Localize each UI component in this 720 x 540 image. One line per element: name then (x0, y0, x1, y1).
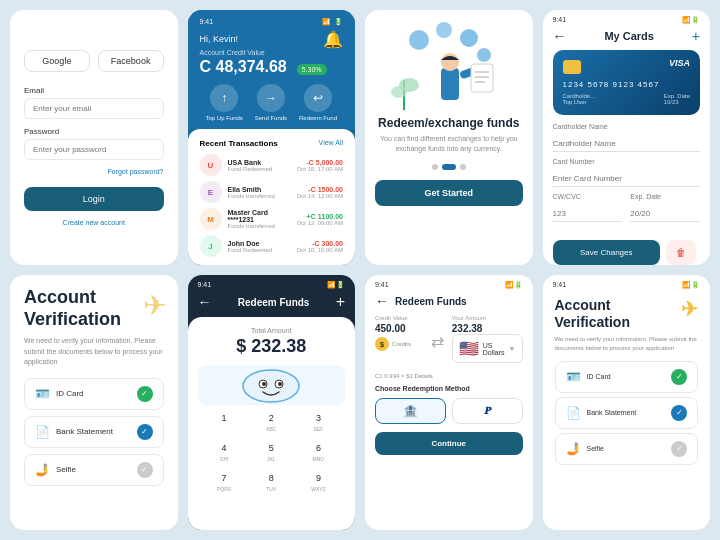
v2-bank-label: Bank Statement (587, 409, 637, 416)
v2-id-label: ID Card (587, 373, 611, 380)
forgot-link[interactable]: Forgot password? (24, 168, 164, 175)
cvv-label: CW/CVC (553, 193, 623, 200)
hero-card: Redeem/exchange funds You can find diffe… (365, 10, 533, 265)
id-card-label: ID Card (56, 389, 84, 398)
key-5[interactable]: 5JKL (249, 439, 294, 467)
tx-date: Oct 16, 17:00 AM (297, 166, 343, 172)
tx-type: Fund Redeemed (228, 247, 291, 253)
google-button[interactable]: Google (24, 50, 90, 72)
v2-selfie-label: Selfie (587, 445, 605, 452)
rs-add[interactable]: + (336, 293, 345, 311)
rf-statusbar: 9:41 📶🔋 (365, 275, 533, 291)
bank-method-button[interactable]: 🏦 (375, 398, 446, 424)
send-icon: → (257, 84, 285, 112)
chevron-down-icon: ▼ (509, 345, 516, 352)
key-6[interactable]: 6MNO (296, 439, 341, 467)
delete-card-button[interactable]: 🗑 (666, 240, 696, 265)
redeem-label: Redeem Fund (299, 115, 337, 121)
dot-1[interactable] (432, 164, 438, 170)
selfie-check: ✓ (137, 462, 153, 478)
create-account-link[interactable]: Create new account (24, 219, 164, 226)
rf-body: Credit Value 450.00 $ Credits ⇄ Your Amo… (365, 315, 533, 455)
bank-statement-item[interactable]: 📄 Bank Statement ✓ (24, 416, 164, 448)
rf-back-button[interactable]: ← (375, 293, 389, 309)
rs-title: Redeem Funds (238, 297, 310, 308)
greeting: Hi, Kevin! (200, 34, 239, 44)
cards-header: ← My Cards + (543, 24, 711, 50)
save-changes-button[interactable]: Save Changes (553, 240, 661, 265)
carousel-dots (432, 164, 466, 170)
tx-avatar: U (200, 154, 222, 176)
key-4[interactable]: 4GHI (202, 439, 247, 467)
v2-selfie-item[interactable]: 🤳 Selfie ✓ (555, 433, 699, 465)
tx-info: John Doe Fund Redeemed (228, 240, 291, 253)
svg-point-14 (243, 370, 299, 402)
id-card-check: ✓ (137, 386, 153, 402)
paper-plane-icon-2: ✈ (681, 297, 698, 321)
your-amount-col: Your Amount 232.38 🇺🇸 US Dollars ▼ (452, 315, 523, 367)
rf-header: ← Redeem Funds (365, 291, 533, 315)
continue-button[interactable]: Continue (375, 432, 523, 455)
svg-rect-4 (441, 68, 459, 100)
dot-2[interactable] (442, 164, 456, 170)
my-cards-card: 9:41 📶🔋 ← My Cards + VISA 1234 5678 9123… (543, 10, 711, 265)
cardholder-name-input[interactable] (553, 136, 701, 152)
id-card-item[interactable]: 🪪 ID Card ✓ (24, 378, 164, 410)
key-3[interactable]: 3DEF (296, 409, 341, 437)
key-1[interactable]: 1 (202, 409, 247, 437)
key-7[interactable]: 7PQRS (202, 469, 247, 497)
v2-id-icon: 🪪 (566, 370, 581, 384)
redeem-small-card: 9:41 📶🔋 ← Redeem Funds + Total Amount $ … (188, 275, 356, 530)
key-9[interactable]: 9WXYZ (296, 469, 341, 497)
card-number-input[interactable] (553, 171, 701, 187)
selfie-item[interactable]: 🤳 Selfie ✓ (24, 454, 164, 486)
send-action[interactable]: → Send Funds (255, 84, 287, 121)
notification-icon[interactable]: 🔔 (323, 30, 343, 49)
svg-point-3 (477, 48, 491, 62)
v2-id-item[interactable]: 🪪 ID Card ✓ (555, 361, 699, 393)
v2-bank-icon: 📄 (566, 406, 581, 420)
cvv-input[interactable] (553, 206, 623, 222)
get-started-button[interactable]: Get Started (375, 180, 523, 206)
my-cards-title: My Cards (604, 30, 654, 42)
swap-icon[interactable]: ⇄ (431, 315, 444, 367)
dot-3[interactable] (460, 164, 466, 170)
back-arrow[interactable]: ← (553, 28, 567, 44)
svg-rect-7 (471, 64, 493, 92)
conversion-rate: C1 0.934 = $1 Details (375, 373, 523, 379)
key-8[interactable]: 8TUV (249, 469, 294, 497)
currency-selector[interactable]: 🇺🇸 US Dollars ▼ (452, 334, 523, 363)
redeem-action[interactable]: ↩ Redeem Fund (299, 84, 337, 121)
rs-back[interactable]: ← (198, 294, 212, 310)
view-all-link[interactable]: View All (319, 139, 343, 148)
topup-action[interactable]: ↑ Top Up Funds (205, 84, 242, 121)
tx-name: Ella Smith (228, 186, 291, 193)
facebook-button[interactable]: Facebook (98, 50, 164, 72)
v2-title: AccountVerification ✈ (555, 297, 699, 331)
dashboard-card: 9:41 📶🔋 Hi, Kevin! 🔔 Account Credit Valu… (188, 10, 356, 265)
v2-id-check: ✓ (671, 369, 687, 385)
tx-type: Funds transferred (228, 223, 291, 229)
v2-selfie-icon: 🤳 (566, 442, 581, 456)
tx-info: Ella Smith Funds transferred (228, 186, 291, 199)
topup-label: Top Up Funds (205, 115, 242, 121)
tx-avatar: E (200, 181, 222, 203)
selfie-label: Selfie (56, 465, 76, 474)
email-input[interactable] (24, 98, 164, 119)
v2-bank-item[interactable]: 📄 Bank Statement ✓ (555, 397, 699, 429)
v2-bank-check: ✓ (671, 405, 687, 421)
bank-statement-label: Bank Statement (56, 427, 113, 436)
bank-statement-icon: 📄 (35, 425, 50, 439)
paypal-method-button[interactable]: 𝐏 (452, 398, 523, 424)
rf-title: Redeem Funds (395, 296, 467, 307)
tx-amount: +C 1100.00 (297, 213, 343, 220)
exp-date-input[interactable] (630, 206, 700, 222)
v2-description: We need to verify your information. Plea… (555, 335, 699, 353)
key-2[interactable]: 2ABC (249, 409, 294, 437)
tx-name: Master Card ****1231 (228, 209, 291, 223)
dash-time: 9:41 (200, 18, 214, 26)
password-input[interactable] (24, 139, 164, 160)
login-button[interactable]: Login (24, 187, 164, 211)
tx-name: John Doe (228, 240, 291, 247)
add-card-button[interactable]: + (692, 28, 700, 44)
